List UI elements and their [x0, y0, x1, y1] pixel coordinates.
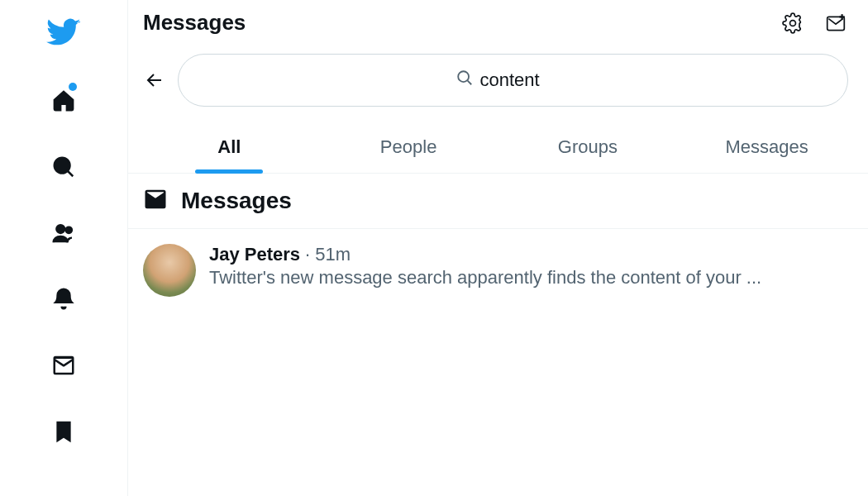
- settings-button[interactable]: [780, 11, 805, 36]
- svg-point-3: [56, 225, 64, 233]
- tab-people[interactable]: People: [319, 122, 498, 173]
- svg-point-5: [790, 20, 796, 26]
- home-notification-dot: [69, 83, 77, 91]
- section-title: Messages: [181, 188, 292, 214]
- tab-label: All: [217, 136, 241, 157]
- messages-panel: Messages All People Groups Messages: [128, 0, 868, 496]
- panel-header: Messages: [128, 0, 868, 49]
- tab-all[interactable]: All: [140, 122, 319, 173]
- conversation-body: Jay Peters · 51m Twitter's new message s…: [209, 244, 853, 297]
- nav-messages[interactable]: [45, 347, 82, 384]
- svg-point-0: [62, 100, 65, 103]
- tab-label: People: [380, 136, 437, 157]
- tab-groups[interactable]: Groups: [498, 122, 678, 173]
- search-field[interactable]: [178, 54, 848, 107]
- svg-point-4: [66, 227, 73, 234]
- new-message-button[interactable]: [823, 11, 848, 36]
- tab-messages[interactable]: Messages: [677, 122, 856, 173]
- separator-dot: ·: [305, 244, 310, 265]
- svg-point-1: [55, 158, 70, 174]
- svg-point-10: [458, 71, 469, 82]
- back-button[interactable]: [143, 69, 166, 92]
- twitter-logo[interactable]: [46, 15, 81, 53]
- results-section-heading: Messages: [128, 174, 868, 229]
- header-actions: [780, 11, 848, 36]
- search-tabs: All People Groups Messages: [128, 122, 868, 174]
- nav-explore[interactable]: [45, 149, 82, 185]
- conversation-time: 51m: [315, 244, 351, 265]
- svg-line-2: [68, 171, 73, 176]
- search-icon: [455, 69, 474, 92]
- envelope-icon: [143, 187, 168, 215]
- search-input[interactable]: [480, 69, 571, 91]
- conversation-preview: Twitter's new message search apparently …: [209, 267, 853, 289]
- nav-home[interactable]: [45, 83, 82, 119]
- tab-label: Messages: [725, 136, 808, 157]
- conversation-name: Jay Peters: [209, 244, 300, 265]
- search-row: [128, 49, 868, 122]
- tab-label: Groups: [558, 136, 618, 157]
- sidebar: [0, 0, 128, 496]
- page-title: Messages: [143, 10, 246, 36]
- nav-communities[interactable]: [45, 215, 82, 251]
- svg-line-11: [467, 81, 471, 85]
- conversation-header: Jay Peters · 51m: [209, 244, 853, 265]
- avatar: [143, 244, 196, 297]
- conversation-row[interactable]: Jay Peters · 51m Twitter's new message s…: [128, 229, 868, 312]
- nav-notifications[interactable]: [45, 281, 82, 317]
- nav-bookmarks[interactable]: [45, 413, 82, 450]
